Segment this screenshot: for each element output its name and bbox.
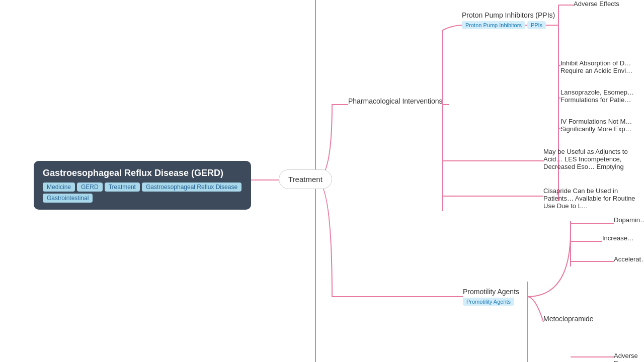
increases-node: Increase… (602, 234, 634, 242)
useful-label: May be Useful as Adjuncts to Acid… LES I… (543, 148, 628, 170)
tag-proton-pump[interactable]: Proton Pump Inhibitors (462, 21, 525, 29)
useful-node: May be Useful as Adjuncts to Acid… LES I… (543, 148, 644, 170)
promotility-label: Promotility Agents (463, 288, 519, 296)
treatment-node[interactable]: Treatment (279, 169, 332, 189)
promotility-tags: Promotility Agents (463, 298, 519, 306)
promotility-node[interactable]: Promotility Agents Promotility Agents (463, 288, 519, 306)
dopamine-label: Dopamin… (614, 216, 644, 224)
tag-treatment[interactable]: Treatment (105, 183, 140, 192)
tag-medicine[interactable]: Medicine (43, 183, 75, 192)
ppi-label: Proton Pump Inhibitors (PPIs) (462, 11, 562, 19)
ppi-node[interactable]: Proton Pump Inhibitors (PPIs) Proton Pum… (462, 11, 562, 29)
treatment-label: Treatment (288, 175, 323, 184)
adverse-effects-node: Adverse Effects (574, 0, 619, 8)
adverse-bottom-label: Adverse E… (614, 352, 638, 362)
iv-label: IV Formulations Not M…Significantly More… (560, 118, 632, 133)
cisapride-label: Cisapride Can be Used in Patients… Avail… (543, 187, 635, 210)
gerd-title: Gastroesophageal Reflux Disease (GERD) (43, 168, 242, 178)
tag-ppis[interactable]: PPIs (527, 21, 546, 29)
gerd-node[interactable]: Gastroesophageal Reflux Disease (GERD) M… (34, 161, 251, 210)
pharma-node[interactable]: Pharmacological Interventions (348, 97, 443, 105)
metoclopramide-label: Metoclopramide (543, 315, 594, 323)
accelerates-label: Accelerat… (614, 255, 644, 263)
pharma-label: Pharmacological Interventions (348, 97, 443, 105)
dopamine-node: Dopamin… (614, 216, 644, 224)
iv-node: IV Formulations Not M…Significantly More… (560, 118, 632, 133)
tag-gerd[interactable]: GERD (77, 183, 103, 192)
tag-gastro-reflux[interactable]: Gastroesophageal Reflux Disease (142, 183, 242, 192)
gerd-tags: Medicine GERD Treatment Gastroesophageal… (43, 183, 242, 203)
lansoprazole-label: Lansoprazole, Esomep… Formulations for P… (560, 88, 634, 104)
ppi-tags: Proton Pump Inhibitors PPIs (462, 21, 562, 29)
inhibit-label: Inhibit Absorption of D… Require an Acid… (560, 59, 632, 74)
metoclopramide-node[interactable]: Metoclopramide (543, 315, 594, 323)
lansoprazole-node: Lansoprazole, Esomep… Formulations for P… (560, 88, 644, 104)
cisapride-node: Cisapride Can be Used in Patients… Avail… (543, 187, 644, 210)
inhibit-node: Inhibit Absorption of D… Require an Acid… (560, 59, 644, 74)
tag-gastrointestinal[interactable]: Gastrointestinal (43, 194, 93, 203)
increases-label: Increase… (602, 234, 634, 242)
adverse-bottom-node: Adverse E… (614, 352, 644, 362)
tag-promotility[interactable]: Promotility Agents (463, 298, 514, 306)
accelerates-node: Accelerat… (614, 255, 644, 263)
adverse-effects-label: Adverse Effects (574, 0, 619, 8)
